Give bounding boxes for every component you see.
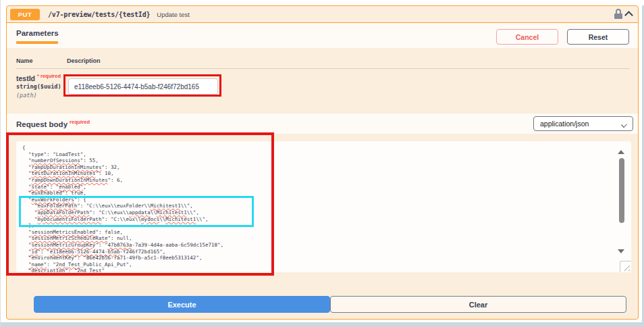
testid-input[interactable]: [68, 78, 218, 95]
request-body-editor[interactable]: { "type": "LoadTest", "numberOfSessions"…: [16, 141, 631, 272]
chevron-down-icon: [621, 122, 627, 128]
endpoint-summary-bar[interactable]: PUT /v7-preview/tests/{testId} Update te…: [7, 6, 638, 23]
scrollbar-down-arrow-icon[interactable]: [618, 249, 624, 253]
param-type: string($uuid): [16, 83, 61, 90]
column-header-name: Name: [16, 57, 33, 64]
lock-icon[interactable]: [613, 9, 624, 20]
scrollbar-up-arrow-icon[interactable]: [618, 150, 624, 154]
put-endpoint-block: PUT /v7-preview/tests/{testId} Update te…: [6, 5, 639, 320]
request-body-title: Request bodyrequired: [16, 119, 90, 128]
content-type-select[interactable]: application/json: [533, 116, 633, 131]
http-method-badge: PUT: [10, 9, 40, 20]
request-body-required-label: required: [70, 119, 90, 125]
cancel-button[interactable]: Cancel: [496, 29, 558, 45]
parameters-tab-underline: [16, 41, 58, 44]
table-divider: [16, 68, 630, 69]
param-required-label: * required: [37, 73, 61, 79]
endpoint-summary-text: Update test: [157, 11, 190, 18]
clear-button[interactable]: Clear: [330, 296, 626, 313]
endpoint-path: /v7-preview/tests/{testId}: [48, 11, 150, 18]
parameters-section-header: Parameters Cancel Reset: [7, 23, 638, 48]
parameters-title: Parameters: [16, 29, 59, 37]
request-body-text[interactable]: { "type": "LoadTest", "numberOfSessions"…: [22, 145, 223, 272]
param-location: (path): [16, 92, 37, 99]
execute-button[interactable]: Execute: [34, 296, 330, 313]
swagger-ui-page: PUT /v7-preview/tests/{testId} Update te…: [0, 0, 644, 327]
request-body-section-header: Request bodyrequired application/json: [7, 114, 638, 134]
reset-button[interactable]: Reset: [567, 29, 629, 45]
page-bottom-edge: [1, 322, 644, 327]
column-header-description: Description: [67, 57, 101, 64]
scrollbar-thumb[interactable]: [619, 158, 624, 223]
chevron-up-icon[interactable]: [624, 11, 633, 20]
resize-grip-icon[interactable]: [620, 261, 631, 272]
param-name-testid: testId* required: [16, 73, 61, 82]
